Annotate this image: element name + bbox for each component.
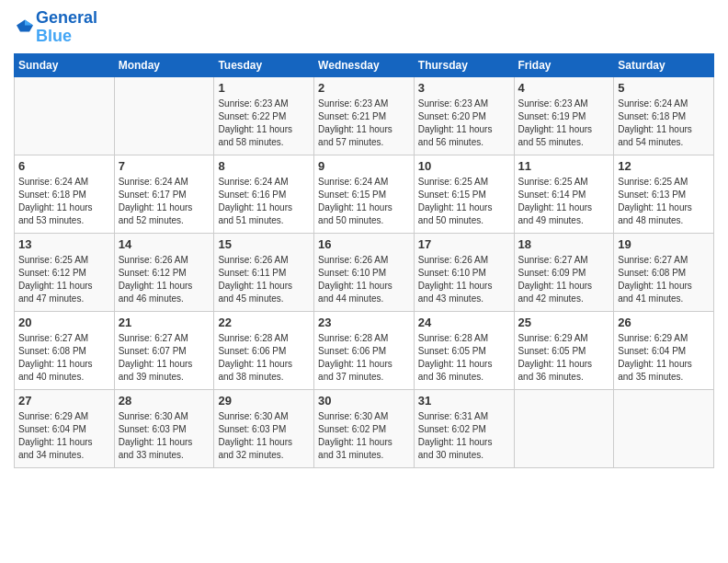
calendar-cell (15, 76, 115, 155)
calendar-cell: 2Sunrise: 6:23 AMSunset: 6:21 PMDaylight… (314, 76, 415, 155)
calendar-cell: 13Sunrise: 6:25 AMSunset: 6:12 PMDayligh… (15, 233, 115, 311)
day-number: 26 (618, 316, 710, 329)
header-day-tuesday: Tuesday (214, 53, 314, 76)
day-number: 5 (618, 81, 710, 95)
calendar-cell: 3Sunrise: 6:23 AMSunset: 6:20 PMDaylight… (414, 76, 514, 155)
day-number: 2 (318, 81, 410, 95)
day-info: Sunrise: 6:27 AMSunset: 6:07 PMDaylight:… (119, 332, 210, 384)
day-number: 3 (418, 81, 510, 95)
calendar-cell: 8Sunrise: 6:24 AMSunset: 6:16 PMDaylight… (214, 155, 314, 233)
day-number: 13 (18, 237, 110, 251)
calendar-cell: 21Sunrise: 6:27 AMSunset: 6:07 PMDayligh… (114, 311, 214, 389)
day-number: 23 (318, 316, 410, 329)
day-number: 27 (18, 394, 110, 408)
day-number: 18 (518, 237, 610, 251)
calendar-cell: 15Sunrise: 6:26 AMSunset: 6:11 PMDayligh… (214, 233, 314, 311)
header-day-wednesday: Wednesday (314, 53, 415, 76)
week-row-0: 1Sunrise: 6:23 AMSunset: 6:22 PMDaylight… (15, 76, 714, 155)
day-number: 6 (18, 159, 110, 173)
logo-general: GeneralBlue (36, 9, 97, 46)
day-number: 21 (119, 316, 210, 329)
day-number: 19 (618, 237, 710, 251)
calendar-cell: 30Sunrise: 6:30 AMSunset: 6:02 PMDayligh… (314, 389, 415, 467)
header-day-saturday: Saturday (614, 53, 714, 76)
day-info: Sunrise: 6:23 AMSunset: 6:20 PMDaylight:… (418, 98, 510, 149)
day-number: 4 (518, 81, 610, 95)
day-number: 15 (218, 237, 310, 251)
day-info: Sunrise: 6:25 AMSunset: 6:15 PMDaylight:… (418, 176, 510, 227)
day-number: 22 (218, 316, 310, 329)
calendar-cell: 7Sunrise: 6:24 AMSunset: 6:17 PMDaylight… (114, 155, 214, 233)
day-number: 20 (18, 316, 110, 329)
day-info: Sunrise: 6:26 AMSunset: 6:10 PMDaylight:… (418, 254, 510, 305)
day-number: 1 (218, 81, 310, 95)
day-info: Sunrise: 6:25 AMSunset: 6:13 PMDaylight:… (618, 176, 710, 227)
day-number: 31 (418, 394, 510, 408)
day-number: 17 (418, 237, 510, 251)
calendar-cell: 31Sunrise: 6:31 AMSunset: 6:02 PMDayligh… (414, 389, 514, 467)
calendar-cell: 10Sunrise: 6:25 AMSunset: 6:15 PMDayligh… (414, 155, 514, 233)
week-row-2: 13Sunrise: 6:25 AMSunset: 6:12 PMDayligh… (15, 233, 714, 311)
calendar-cell: 17Sunrise: 6:26 AMSunset: 6:10 PMDayligh… (414, 233, 514, 311)
calendar-cell: 14Sunrise: 6:26 AMSunset: 6:12 PMDayligh… (114, 233, 214, 311)
header-day-thursday: Thursday (414, 53, 514, 76)
day-info: Sunrise: 6:30 AMSunset: 6:03 PMDaylight:… (218, 410, 310, 462)
week-row-3: 20Sunrise: 6:27 AMSunset: 6:08 PMDayligh… (15, 311, 714, 389)
calendar-cell: 4Sunrise: 6:23 AMSunset: 6:19 PMDaylight… (514, 76, 614, 155)
day-number: 12 (618, 159, 710, 173)
day-info: Sunrise: 6:29 AMSunset: 6:04 PMDaylight:… (618, 332, 710, 384)
calendar-cell: 25Sunrise: 6:29 AMSunset: 6:05 PMDayligh… (514, 311, 614, 389)
week-row-1: 6Sunrise: 6:24 AMSunset: 6:18 PMDaylight… (15, 155, 714, 233)
day-info: Sunrise: 6:24 AMSunset: 6:15 PMDaylight:… (318, 176, 410, 227)
day-info: Sunrise: 6:28 AMSunset: 6:05 PMDaylight:… (418, 332, 510, 384)
logo-icon (16, 17, 34, 35)
calendar-cell: 29Sunrise: 6:30 AMSunset: 6:03 PMDayligh… (214, 389, 314, 467)
calendar-cell (114, 76, 214, 155)
calendar-table: SundayMondayTuesdayWednesdayThursdayFrid… (14, 53, 714, 468)
calendar-cell (514, 389, 614, 467)
calendar-cell: 24Sunrise: 6:28 AMSunset: 6:05 PMDayligh… (414, 311, 514, 389)
calendar-cell: 20Sunrise: 6:27 AMSunset: 6:08 PMDayligh… (15, 311, 115, 389)
day-info: Sunrise: 6:24 AMSunset: 6:17 PMDaylight:… (119, 176, 210, 227)
week-row-4: 27Sunrise: 6:29 AMSunset: 6:04 PMDayligh… (15, 389, 714, 467)
day-info: Sunrise: 6:27 AMSunset: 6:08 PMDaylight:… (618, 254, 710, 305)
day-number: 14 (119, 237, 210, 251)
calendar-cell: 12Sunrise: 6:25 AMSunset: 6:13 PMDayligh… (614, 155, 714, 233)
day-number: 30 (318, 394, 410, 408)
day-number: 8 (218, 159, 310, 173)
day-info: Sunrise: 6:30 AMSunset: 6:03 PMDaylight:… (119, 410, 210, 462)
calendar-cell: 28Sunrise: 6:30 AMSunset: 6:03 PMDayligh… (114, 389, 214, 467)
day-info: Sunrise: 6:25 AMSunset: 6:12 PMDaylight:… (18, 254, 110, 305)
calendar-cell: 23Sunrise: 6:28 AMSunset: 6:06 PMDayligh… (314, 311, 415, 389)
header-day-sunday: Sunday (15, 53, 115, 76)
calendar-header: SundayMondayTuesdayWednesdayThursdayFrid… (15, 53, 714, 76)
day-info: Sunrise: 6:28 AMSunset: 6:06 PMDaylight:… (318, 332, 410, 384)
calendar-cell: 1Sunrise: 6:23 AMSunset: 6:22 PMDaylight… (214, 76, 314, 155)
calendar-cell: 18Sunrise: 6:27 AMSunset: 6:09 PMDayligh… (514, 233, 614, 311)
day-number: 11 (518, 159, 610, 173)
calendar-cell: 16Sunrise: 6:26 AMSunset: 6:10 PMDayligh… (314, 233, 415, 311)
day-number: 28 (119, 394, 210, 408)
day-info: Sunrise: 6:29 AMSunset: 6:05 PMDaylight:… (518, 332, 610, 384)
day-info: Sunrise: 6:24 AMSunset: 6:18 PMDaylight:… (18, 176, 110, 227)
calendar-cell: 5Sunrise: 6:24 AMSunset: 6:18 PMDaylight… (614, 76, 714, 155)
calendar-cell: 9Sunrise: 6:24 AMSunset: 6:15 PMDaylight… (314, 155, 415, 233)
day-info: Sunrise: 6:26 AMSunset: 6:12 PMDaylight:… (119, 254, 210, 305)
day-number: 16 (318, 237, 410, 251)
day-number: 24 (418, 316, 510, 329)
day-number: 7 (119, 159, 210, 173)
day-info: Sunrise: 6:28 AMSunset: 6:06 PMDaylight:… (218, 332, 310, 384)
day-info: Sunrise: 6:27 AMSunset: 6:08 PMDaylight:… (18, 332, 110, 384)
day-info: Sunrise: 6:24 AMSunset: 6:18 PMDaylight:… (618, 98, 710, 149)
day-info: Sunrise: 6:23 AMSunset: 6:22 PMDaylight:… (218, 98, 310, 149)
header-row: SundayMondayTuesdayWednesdayThursdayFrid… (15, 53, 714, 76)
day-info: Sunrise: 6:23 AMSunset: 6:21 PMDaylight:… (318, 98, 410, 149)
svg-marker-1 (25, 19, 33, 25)
day-info: Sunrise: 6:27 AMSunset: 6:09 PMDaylight:… (518, 254, 610, 305)
day-number: 29 (218, 394, 310, 408)
calendar-cell: 11Sunrise: 6:25 AMSunset: 6:14 PMDayligh… (514, 155, 614, 233)
calendar-cell: 26Sunrise: 6:29 AMSunset: 6:04 PMDayligh… (614, 311, 714, 389)
page-header: GeneralBlue (14, 9, 714, 46)
day-info: Sunrise: 6:26 AMSunset: 6:11 PMDaylight:… (218, 254, 310, 305)
day-info: Sunrise: 6:25 AMSunset: 6:14 PMDaylight:… (518, 176, 610, 227)
